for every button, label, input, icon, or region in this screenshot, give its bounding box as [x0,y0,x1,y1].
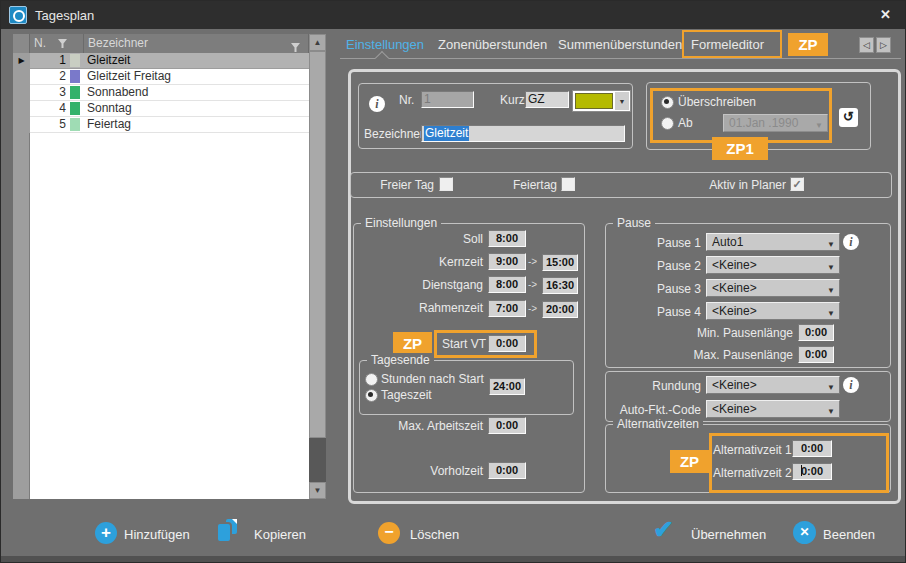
header-gutter [13,34,30,53]
nav-right-icon[interactable]: ▷ [876,37,891,53]
ueberschreiben-radio[interactable] [661,96,674,109]
kernzeit-von-field[interactable]: 9:00 [488,253,526,270]
aktiv-in-planer-checkbox[interactable]: ✓ [790,177,804,191]
pause3-dropdown[interactable]: <Keine> ▼ [706,279,840,297]
alternativzeit2-field[interactable]: 0:00 [792,463,832,480]
vertical-scrollbar[interactable]: ▲ ▼ [309,34,326,499]
window-title: Tagesplan [35,8,94,23]
nav-left-icon[interactable]: ◁ [859,37,874,53]
hinzufuegen-button[interactable]: Hinzufügen [124,527,190,542]
filter-icon[interactable] [58,35,67,54]
color-chip [70,118,80,131]
tab-summenueberstunden[interactable]: Summenüberstunden [558,37,682,52]
feiertag-checkbox[interactable] [561,177,575,191]
rundung-dropdown[interactable]: <Keine> ▼ [706,376,840,394]
close-icon[interactable]: ✕ [880,7,891,22]
start-vt-field[interactable]: 0:00 [488,335,526,352]
max-pausenlaenge-label: Max. Pausenlänge [641,348,793,362]
color-dropdown[interactable]: ▼ [572,90,631,112]
chevron-down-icon[interactable]: ▼ [827,306,835,322]
dienstgang-bis-field[interactable]: 16:30 [542,277,578,294]
column-header-bezeichner[interactable]: Bezeichner [84,34,309,53]
row-marker-cell [13,85,30,101]
soll-field[interactable]: 8:00 [488,230,526,247]
stunden-nach-start-radio[interactable] [365,373,378,386]
stunden-nach-start-field[interactable]: 24:00 [489,378,525,395]
alternativzeit1-field[interactable]: 0:00 [792,440,832,457]
bezeichner-label: Bezeichner [364,127,424,141]
chevron-down-icon[interactable]: ▼ [827,380,835,396]
kopieren-button[interactable]: Kopieren [254,527,306,542]
scroll-down-icon[interactable]: ▼ [309,482,326,499]
min-pausenlaenge-field[interactable]: 0:00 [798,324,834,341]
ab-date-value: 01.Jan .1990 [729,116,798,130]
feiertag-label: Feiertag [499,178,557,192]
tab-zonenueberstunden[interactable]: Zonenüberstunden [438,37,547,52]
rundung-label: Rundung [601,379,701,393]
nr-field: 1 [421,91,474,108]
start-vt-label: Start VT [442,337,486,351]
zp-alternativ-badge: ZP [670,450,709,473]
apply-check-icon[interactable]: ✔ [653,515,674,544]
pause1-dropdown[interactable]: Auto1 ▼ [706,233,840,251]
pause1-label: Pause 1 [631,236,701,250]
info-icon[interactable]: i [843,234,859,250]
dienstgang-von-field[interactable]: 8:00 [488,276,526,293]
pause2-value: <Keine> [712,258,757,272]
kurz-field[interactable]: GZ [525,91,569,108]
kernzeit-bis-field[interactable]: 15:00 [542,254,578,271]
ab-radio[interactable] [661,117,674,130]
tageszeit-radio[interactable] [365,389,378,402]
pause4-label: Pause 4 [631,305,701,319]
close-circle-icon[interactable]: ✕ [793,521,816,544]
loeschen-button[interactable]: Löschen [410,527,459,542]
min-pausenlaenge-label: Min. Pausenlänge [641,326,793,340]
tab-einstellungen[interactable]: Einstellungen [346,37,424,52]
pause-group-title: Pause [613,216,655,231]
chevron-down-icon[interactable]: ▼ [827,404,835,420]
chevron-down-icon[interactable]: ▼ [827,283,835,299]
active-tab-caret [375,51,389,65]
rahmenzeit-bis-field[interactable]: 20:00 [542,301,578,318]
chevron-down-icon[interactable]: ▼ [615,92,629,110]
table-row[interactable]: 2 Gleitzeit Freitag [13,69,309,85]
table-row[interactable]: 3 Sonnabend [13,85,309,101]
copy-icon[interactable] [218,519,242,543]
table-row[interactable]: ▶ 1 Gleitzeit [13,53,309,69]
chevron-down-icon[interactable]: ▼ [827,237,835,253]
color-chip [70,54,80,67]
column-header-n[interactable]: N. [30,34,84,53]
uebernehmen-button[interactable]: Übernehmen [691,527,766,542]
chevron-down-icon[interactable]: ▼ [827,260,835,276]
row-marker-icon: ▶ [13,53,30,69]
title-bar: Tagesplan ✕ [1,1,905,29]
zp1-badge: ZP1 [712,137,768,160]
alternativzeit2-value: 0:00 [801,465,823,477]
kernzeit-label: Kernzeit [381,255,483,269]
vorholzeit-label: Vorholzeit [361,464,483,478]
formeleditor-highlight-rect [682,30,782,58]
plus-icon[interactable]: + [95,522,117,544]
info-icon[interactable]: i [843,377,859,393]
table-row[interactable]: 4 Sonntag [13,101,309,117]
freier-tag-checkbox[interactable] [439,177,453,191]
table-row[interactable]: 5 Feiertag [13,117,309,133]
rahmenzeit-von-field[interactable]: 7:00 [488,300,526,317]
copy-page-front [218,524,230,541]
color-chip [70,102,80,115]
scrollbar-thumb[interactable] [309,51,326,438]
color-chip [70,86,80,99]
pause4-dropdown[interactable]: <Keine> ▼ [706,302,840,320]
scroll-up-icon[interactable]: ▲ [309,34,326,51]
auto-fkt-code-dropdown[interactable]: <Keine> ▼ [706,400,840,418]
max-pausenlaenge-field[interactable]: 0:00 [798,346,834,363]
refresh-icon[interactable]: ↺ [839,108,858,127]
pause2-dropdown[interactable]: <Keine> ▼ [706,256,840,274]
max-arbeitszeit-field[interactable]: 0:00 [488,417,526,434]
minus-icon[interactable]: − [378,522,400,544]
nr-label: Nr. [399,93,414,107]
beenden-button[interactable]: Beenden [823,527,875,542]
vorholzeit-field[interactable]: 0:00 [488,462,526,479]
info-icon[interactable]: i [369,96,385,112]
bezeichner-field[interactable]: Gleitzeit [421,125,625,142]
